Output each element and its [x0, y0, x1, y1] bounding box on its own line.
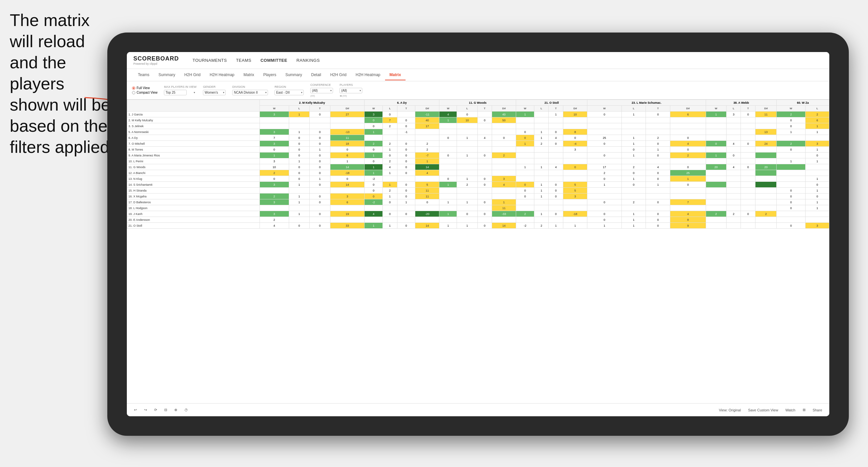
cell [534, 217, 549, 223]
filter-conference: Conference (All) (All) [310, 83, 333, 97]
cell: 0 [365, 158, 383, 164]
view-full-option[interactable]: Full View [132, 86, 157, 90]
subnav-h2h-heatmap2[interactable]: H2H Heatmap [351, 70, 385, 80]
cell: 0 [646, 141, 670, 147]
cell: 0 [397, 170, 415, 176]
zoom-in-btn[interactable]: ⊕ [173, 407, 179, 413]
cell [741, 129, 755, 135]
cell: 0 [621, 170, 646, 176]
cell: 0 [439, 153, 457, 158]
subnav-matrix2[interactable]: Matrix [385, 70, 406, 80]
nav-tournaments[interactable]: TOURNAMENTS [192, 57, 228, 64]
cell [457, 158, 477, 164]
subnav-h2h-heatmap[interactable]: H2H Heatmap [205, 70, 239, 80]
watch-btn[interactable]: Watch [783, 407, 798, 413]
cell: 24 [755, 141, 777, 147]
nav-teams[interactable]: TEAMS [236, 57, 252, 64]
cell: 0 [646, 170, 670, 176]
cell [621, 205, 646, 211]
cell [516, 153, 534, 158]
cell: 0 [777, 117, 805, 123]
cell [755, 117, 777, 123]
subnav-matrix[interactable]: Matrix [239, 70, 259, 80]
cell [415, 217, 439, 223]
players-select[interactable]: (All) [340, 88, 362, 93]
save-custom-btn[interactable]: Save Custom View [746, 407, 780, 413]
cell: 27 [330, 112, 365, 117]
cell: 0 [397, 223, 415, 229]
cell [549, 147, 563, 153]
cell [439, 205, 457, 211]
cell: 1 [457, 199, 477, 205]
matrix-container[interactable]: 2. M Kelly Mulcahy 6. A Dy 11. G Woods 2… [127, 99, 829, 403]
share-btn[interactable]: Share [811, 407, 824, 413]
conference-select[interactable]: (All) [310, 88, 333, 93]
max-players-select[interactable]: Top 25 Top 50 All [164, 90, 187, 95]
subnav-teams[interactable]: Teams [133, 70, 154, 80]
cell [492, 123, 516, 129]
view-original-btn[interactable]: View: Original [717, 407, 743, 413]
cell [330, 188, 365, 193]
cell: 0 [477, 182, 492, 188]
cell: -2 [516, 223, 534, 229]
cell [259, 205, 289, 211]
subnav-h2h-grid2[interactable]: H2H Grid [326, 70, 351, 80]
cell [741, 193, 755, 199]
timer-btn[interactable]: ⏱ [182, 407, 190, 413]
cell [726, 117, 741, 123]
sub-h-t2: T [397, 106, 415, 112]
cell: 0 [563, 164, 587, 170]
division-select[interactable]: NCAA Division II NCAA Division I NCAA Di… [232, 90, 268, 95]
subnav-players[interactable]: Players [258, 70, 281, 80]
cell: 0 [587, 217, 622, 223]
cell [439, 147, 457, 153]
table-row: 20. E Andersson 2 0108 [127, 217, 829, 223]
row-name-8: 9. A Maria Jimenez Rios [127, 153, 260, 158]
cell [439, 193, 457, 199]
cell [289, 205, 309, 211]
cell: 0 [310, 164, 330, 170]
view-options: Full View Compact View [132, 86, 157, 94]
cell: 1 [516, 164, 534, 170]
cell [330, 205, 365, 211]
cell [549, 153, 563, 158]
subnav-summary2[interactable]: Summary [281, 70, 306, 80]
cell [777, 135, 805, 141]
cell: 1 [365, 170, 383, 176]
subnav-h2h-grid[interactable]: H2H Grid [180, 70, 205, 80]
zoom-out-btn[interactable]: ⊟ [162, 407, 169, 413]
table-row: 5. A Nomrowski 310-13 1-1 0108 13 11 [127, 129, 829, 135]
view-compact-option[interactable]: Compact View [132, 91, 157, 94]
region-select[interactable]: East - DII West - DII (All) [275, 90, 304, 95]
cell [549, 199, 563, 205]
undo-btn[interactable]: ↩ [132, 407, 139, 413]
cell [741, 153, 755, 158]
grid-btn[interactable]: ⊞ [801, 407, 807, 413]
subnav-detail[interactable]: Detail [307, 70, 326, 80]
cell: 14 [415, 223, 439, 229]
filter-gender: Gender Women's Men's [203, 85, 226, 95]
cell: 1 [534, 135, 549, 141]
cell [310, 188, 330, 193]
cell [534, 147, 549, 153]
cell: 0 [310, 141, 330, 147]
cell [365, 135, 383, 141]
nav-rankings[interactable]: RANKINGS [296, 57, 320, 64]
cell [457, 129, 477, 135]
cell [646, 188, 670, 193]
cell [755, 205, 777, 211]
sub-h-l2: L [383, 106, 397, 112]
subnav-summary[interactable]: Summary [154, 70, 180, 80]
cell [670, 117, 706, 123]
cell: 4 [492, 182, 516, 188]
nav-committee[interactable]: COMMITTEE [260, 57, 288, 64]
cell: 1 [383, 170, 397, 176]
gender-select[interactable]: Women's Men's [203, 90, 226, 95]
main-content[interactable]: 2. M Kelly Mulcahy 6. A Dy 11. G Woods 2… [127, 99, 829, 403]
refresh-btn[interactable]: ⟳ [152, 407, 159, 413]
redo-btn[interactable]: ↪ [142, 407, 149, 413]
division-label: Division [232, 85, 268, 89]
cell [477, 217, 492, 223]
cell: 20 [706, 164, 726, 170]
cell: 0 [492, 135, 516, 141]
